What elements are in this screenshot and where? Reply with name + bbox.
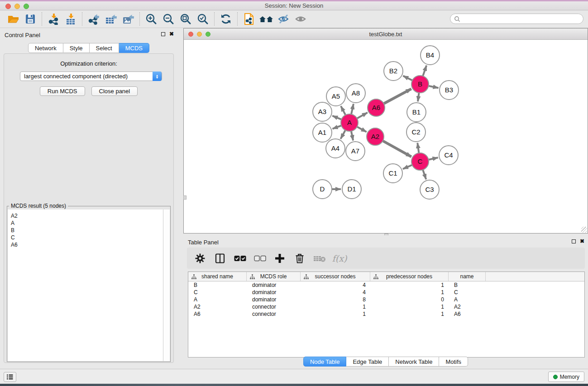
- table-cell[interactable]: 1: [301, 303, 370, 310]
- table-cell[interactable]: 0: [370, 296, 449, 303]
- delete-column-button[interactable]: [293, 252, 306, 265]
- tab-motifs[interactable]: Motifs: [439, 357, 468, 367]
- graph-node-C4[interactable]: C4: [439, 146, 458, 165]
- zoom-out-button[interactable]: [160, 12, 177, 26]
- tab-edge-table[interactable]: Edge Table: [346, 357, 389, 367]
- network-canvas[interactable]: B4B2BB3B1A5A8A6A3AA1A2C2A4A7C4CC1C3DD1: [184, 40, 588, 233]
- close-panel-button[interactable]: Close panel: [91, 86, 138, 96]
- table-cell[interactable]: 1: [370, 281, 449, 289]
- node-table[interactable]: shared nameMCDS rolesuccessor nodesprede…: [188, 272, 585, 357]
- table-cell[interactable]: 8: [301, 296, 370, 303]
- run-mcds-button[interactable]: Run MCDS: [40, 86, 85, 96]
- table-cell[interactable]: A: [449, 296, 486, 303]
- splitter-grip[interactable]: [183, 195, 186, 200]
- first-neighbors-button[interactable]: [258, 12, 275, 26]
- deselect-all-rows-button[interactable]: [253, 252, 267, 265]
- table-cell[interactable]: B: [449, 281, 486, 289]
- table-row[interactable]: Cdominator41C: [188, 289, 584, 296]
- table-cell[interactable]: A6: [188, 310, 247, 318]
- column-header-name[interactable]: name: [449, 272, 486, 281]
- column-header-shared-name[interactable]: shared name: [188, 272, 247, 281]
- float-panel-icon[interactable]: [572, 239, 576, 243]
- export-network-button[interactable]: [85, 12, 102, 26]
- show-all-button[interactable]: [292, 12, 309, 26]
- graph-node-B2[interactable]: B2: [384, 62, 403, 81]
- table-row[interactable]: Adominator80A: [188, 296, 584, 303]
- table-row[interactable]: Bdominator41B: [188, 281, 584, 289]
- mcds-result-list[interactable]: A2ABCA6: [8, 210, 163, 361]
- tab-network[interactable]: Network: [28, 43, 63, 53]
- graph-node-C2[interactable]: C2: [406, 123, 425, 142]
- graph-node-B1[interactable]: B1: [407, 103, 426, 122]
- table-cell[interactable]: A6: [449, 310, 486, 318]
- float-panel-icon[interactable]: [161, 32, 165, 36]
- graph-node-C[interactable]: C: [411, 153, 429, 170]
- network-window-titlebar[interactable]: testGlobe.txt: [184, 29, 588, 40]
- tab-network-table[interactable]: Network Table: [389, 357, 439, 367]
- graph-node-A1[interactable]: A1: [313, 123, 332, 142]
- criterion-dropdown[interactable]: largest connected component (directed) ▲…: [20, 71, 162, 81]
- delete-table-button[interactable]: [313, 252, 326, 265]
- table-settings-button[interactable]: [193, 252, 207, 265]
- table-cell[interactable]: 4: [301, 281, 370, 289]
- graph-node-A5[interactable]: A5: [326, 87, 345, 106]
- column-header-MCDS-role[interactable]: MCDS role: [247, 272, 301, 281]
- table-cell[interactable]: 1: [370, 303, 449, 310]
- graph-node-A2[interactable]: A2: [367, 128, 384, 145]
- graph-node-B4[interactable]: B4: [421, 46, 440, 65]
- table-row[interactable]: A2connector11A2: [188, 303, 584, 310]
- result-item[interactable]: C: [11, 234, 163, 241]
- function-builder-button[interactable]: f(x): [333, 252, 346, 265]
- graph-node-A7[interactable]: A7: [346, 142, 365, 161]
- task-history-button[interactable]: [4, 372, 16, 382]
- table-cell[interactable]: connector: [247, 310, 301, 318]
- import-table-button[interactable]: [62, 12, 79, 26]
- result-scrollbar[interactable]: [163, 210, 170, 361]
- window-resize-grip[interactable]: [581, 227, 587, 233]
- graph-node-A3[interactable]: A3: [313, 102, 332, 121]
- table-cell[interactable]: connector: [247, 303, 301, 310]
- graph-node-C3[interactable]: C3: [420, 180, 439, 199]
- table-cell[interactable]: A: [188, 296, 247, 303]
- tab-mcds[interactable]: MCDS: [119, 43, 149, 53]
- result-item[interactable]: B: [11, 227, 163, 234]
- hide-selected-button[interactable]: [275, 12, 292, 26]
- new-network-from-selection-button[interactable]: [240, 12, 258, 26]
- graph-node-D1[interactable]: D1: [342, 180, 361, 199]
- graph-node-A6[interactable]: A6: [368, 99, 385, 116]
- close-panel-icon[interactable]: ✖: [169, 32, 174, 36]
- table-cell[interactable]: B: [188, 281, 247, 289]
- tab-node-table[interactable]: Node Table: [303, 357, 347, 367]
- tab-select[interactable]: Select: [90, 43, 119, 53]
- export-image-button[interactable]: [120, 12, 137, 26]
- graph-node-A4[interactable]: A4: [326, 139, 345, 158]
- import-network-button[interactable]: [45, 12, 62, 26]
- table-cell[interactable]: 4: [301, 289, 370, 296]
- graph-node-A[interactable]: A: [341, 114, 358, 131]
- result-item[interactable]: A2: [11, 212, 163, 219]
- close-panel-icon[interactable]: ✖: [580, 239, 584, 243]
- table-cell[interactable]: 1: [370, 289, 449, 296]
- graph-node-A8[interactable]: A8: [346, 84, 365, 103]
- create-column-button[interactable]: [273, 252, 287, 265]
- search-input[interactable]: [460, 16, 579, 22]
- column-header-predecessor-nodes[interactable]: predecessor nodes: [370, 272, 449, 281]
- table-cell[interactable]: A2: [449, 303, 486, 310]
- table-cell[interactable]: 1: [370, 310, 449, 318]
- save-session-button[interactable]: [22, 12, 39, 26]
- column-header-successor-nodes[interactable]: successor nodes: [301, 272, 370, 281]
- open-session-button[interactable]: [5, 12, 22, 26]
- memory-button[interactable]: Memory: [548, 372, 584, 382]
- table-cell[interactable]: dominator: [247, 281, 301, 289]
- table-row[interactable]: A6connector11A6: [188, 310, 584, 318]
- result-item[interactable]: A: [11, 219, 163, 227]
- export-table-button[interactable]: [102, 12, 120, 26]
- table-cell[interactable]: dominator: [247, 296, 301, 303]
- table-cell[interactable]: C: [188, 289, 247, 296]
- search-field[interactable]: [450, 14, 583, 24]
- tab-style[interactable]: Style: [63, 43, 90, 53]
- zoom-selected-button[interactable]: [194, 12, 211, 26]
- graph-node-C1[interactable]: C1: [383, 164, 402, 183]
- table-cell[interactable]: C: [449, 289, 486, 296]
- refresh-button[interactable]: [217, 12, 234, 26]
